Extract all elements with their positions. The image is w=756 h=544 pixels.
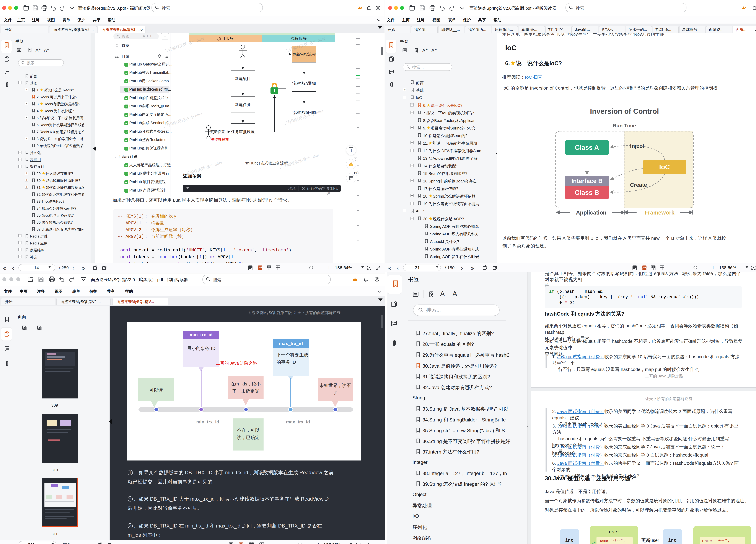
svg-text:max_trx_id: max_trx_id (279, 341, 303, 346)
svg-text:未知世界，读不: 未知世界，读不 (319, 383, 351, 388)
svg-text:Class A: Class A (575, 144, 599, 151)
svg-text:的事务 ID: 的事务 ID (277, 360, 296, 365)
svg-text:了: 了 (333, 390, 337, 395)
svg-text:Application: Application (576, 209, 606, 216)
svg-text:下一个将要生成: 下一个将要生成 (277, 352, 308, 357)
svg-text:Create: Create (630, 182, 647, 188)
svg-text:流程服务: 流程服务 (290, 36, 307, 41)
svg-text:更新设置: 更新设置 (210, 130, 225, 134)
svg-text:Class B: Class B (575, 189, 599, 196)
svg-text:Framework: Framework (645, 209, 675, 216)
svg-text:IoC: IoC (659, 163, 670, 171)
svg-text:max_trx_id: max_trx_id (286, 419, 310, 424)
svg-text:在m_ids，读不: 在m_ids，读不 (231, 381, 261, 386)
svg-text:项目服务: 项目服务 (217, 36, 234, 41)
svg-text:min_trx_id: min_trx_id (196, 419, 219, 424)
svg-text:可以读: 可以读 (149, 388, 163, 393)
svg-text:二哥的 Java 进阶之路: 二哥的 Java 进阶之路 (216, 361, 257, 366)
svg-text:更新审批流程: 更新审批流程 (292, 52, 316, 57)
svg-text:Run Time: Run Time (613, 123, 636, 128)
svg-text:Interface B: Interface B (571, 177, 603, 184)
svg-text:不在，可以: 不在，可以 (237, 428, 260, 433)
svg-text:流程状态通知: 流程状态通知 (292, 81, 316, 86)
svg-text:Inversion of Control: Inversion of Control (590, 107, 659, 115)
svg-text:Inject: Inject (630, 143, 644, 149)
svg-text:任务审批设置: 任务审批设置 (231, 129, 255, 134)
svg-text:min_trx_id: min_trx_id (190, 332, 213, 337)
svg-text:最小的事务 ID: 最小的事务 ID (187, 346, 215, 351)
svg-text:了，未确定呢: 了，未确定呢 (232, 389, 259, 394)
svg-text:读，已确定: 读，已确定 (237, 435, 260, 440)
svg-text:新建项目: 新建项目 (235, 76, 251, 81)
svg-text:等待锁释放: 等待锁释放 (211, 137, 229, 142)
svg-text:新建任务: 新建任务 (235, 102, 251, 107)
